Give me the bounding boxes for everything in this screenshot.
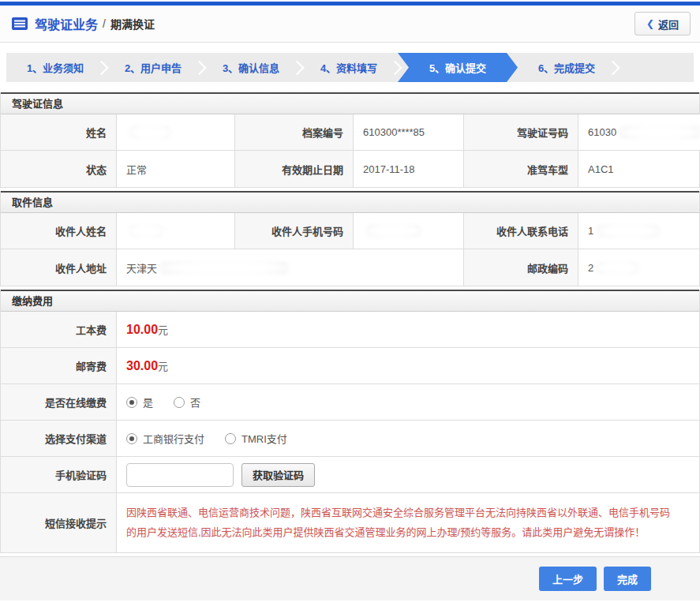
- sms-code-field: 获取验证码: [117, 457, 699, 493]
- pickup-info-row-2: 收件人地址 天津天 邮政编码 2: [1, 249, 699, 286]
- online-payment-row: 是否在线缴费 是 否: [1, 384, 699, 421]
- sms-code-input[interactable]: [126, 463, 234, 487]
- page-title: 驾驶证业务: [35, 14, 98, 33]
- postage-fee-row: 邮寄费 30.00元: [1, 348, 699, 384]
- step-6-complete-submit[interactable]: 6、完成提交: [518, 53, 616, 82]
- channel-icbc-option[interactable]: 工商银行支付: [126, 431, 204, 446]
- license-number-value: 61030: [578, 114, 700, 151]
- license-section-title: 驾驶证信息: [1, 92, 699, 114]
- recipient-phone-label: 收件人联系电话: [464, 213, 578, 249]
- redacted-name: [129, 126, 172, 138]
- payment-channel-row: 选择支付渠道 工商银行支付 TMRI支付: [1, 421, 699, 457]
- payment-section-title: 缴纳费用: [1, 290, 699, 312]
- step-3-confirm-info[interactable]: 3、确认信息: [202, 53, 300, 82]
- name-value: [117, 114, 235, 151]
- license-info-row-2: 状态 正常 有效期止日期 2017-11-18 准驾车型 A1C1: [1, 151, 699, 187]
- redacted-recipient-name: [129, 225, 164, 237]
- postage-fee-label: 邮寄费: [1, 348, 117, 384]
- redacted-recipient-phone: [596, 225, 661, 237]
- expiry-date-label: 有效期止日期: [235, 151, 354, 187]
- previous-step-button[interactable]: 上一步: [539, 567, 597, 591]
- online-payment-options: 是 否: [117, 384, 699, 421]
- vehicle-class-label: 准驾车型: [464, 151, 578, 187]
- postal-code-value: 2: [578, 249, 699, 286]
- document-list-icon: [11, 17, 28, 31]
- license-number-label: 驾驶证号码: [464, 114, 578, 151]
- file-number-value: 610300****85: [354, 114, 464, 151]
- sms-code-row: 手机验证码 获取验证码: [1, 457, 699, 493]
- status-label: 状态: [1, 151, 117, 187]
- sms-notice-row: 短信接收提示 因陕西省联通、电信运营商技术问题，陕西省互联网交通安全综合服务管理…: [1, 493, 699, 552]
- license-info-row-1: 姓名 档案编号 610300****85 驾驶证号码 61030: [1, 114, 699, 151]
- wizard-step-bar: 1、业务须知 2、用户申告 3、确认信息 4、资料填写 5、确认提交 6、完成提…: [6, 53, 694, 82]
- recipient-name-value: [117, 213, 235, 249]
- step-2-declaration[interactable]: 2、用户申告: [104, 53, 202, 82]
- recipient-address-label: 收件人地址: [1, 249, 117, 286]
- radio-checked-icon[interactable]: [126, 397, 137, 408]
- step-1-notice[interactable]: 1、业务须知: [6, 53, 104, 82]
- breadcrumb-current: 期满换证: [110, 16, 155, 32]
- file-number-label: 档案编号: [235, 114, 354, 151]
- pickup-info-section: 取件信息 收件人姓名 收件人手机号码 收件人联系电话 1 收件人地址 天津天 邮…: [0, 191, 700, 286]
- radio-unchecked-icon[interactable]: [225, 433, 236, 444]
- sms-notice-text: 因陕西省联通、电信运营商技术问题，陕西省互联网交通安全综合服务管理平台无法向持陕…: [117, 493, 699, 552]
- pickup-info-row-1: 收件人姓名 收件人手机号码 收件人联系电话 1: [1, 213, 699, 249]
- redacted-license-number: [619, 126, 700, 138]
- page-header: 驾驶证业务 / 期满换证 ❮ 返回: [0, 6, 700, 43]
- recipient-phone-value: 1: [578, 213, 699, 249]
- footer-action-bar: 上一步 完成: [0, 556, 700, 600]
- back-chevron-icon: ❮: [646, 18, 654, 29]
- radio-checked-icon[interactable]: [126, 433, 137, 444]
- status-value: 正常: [117, 151, 235, 187]
- online-payment-label: 是否在线缴费: [1, 384, 117, 421]
- postage-fee-value: 30.00元: [117, 348, 699, 384]
- online-yes-option[interactable]: 是: [126, 395, 153, 410]
- recipient-mobile-label: 收件人手机号码: [235, 213, 354, 249]
- get-code-button[interactable]: 获取验证码: [241, 463, 315, 487]
- redacted-recipient-mobile: [365, 225, 422, 237]
- name-label: 姓名: [1, 114, 117, 151]
- payment-channel-label: 选择支付渠道: [1, 421, 117, 457]
- expiry-date-value: 2017-11-18: [354, 151, 464, 187]
- step-4-fill-data[interactable]: 4、资料填写: [300, 53, 398, 82]
- payment-section: 缴纳费用 工本费 10.00元 邮寄费 30.00元 是否在线缴费 是 否 选择…: [0, 290, 700, 553]
- license-info-section: 驾驶证信息 姓名 档案编号 610300****85 驾驶证号码 61030 状…: [0, 92, 700, 188]
- sms-notice-label: 短信接收提示: [1, 493, 117, 552]
- pickup-section-title: 取件信息: [1, 191, 699, 213]
- production-fee-label: 工本费: [1, 312, 117, 348]
- step-5-confirm-submit-active[interactable]: 5、确认提交: [398, 53, 518, 82]
- back-button-label: 返回: [658, 17, 679, 32]
- recipient-name-label: 收件人姓名: [1, 213, 117, 249]
- breadcrumb-separator: /: [103, 17, 106, 30]
- redacted-recipient-address: [159, 262, 290, 274]
- postal-code-label: 邮政编码: [464, 249, 578, 286]
- redacted-postal-code: [596, 262, 639, 274]
- production-fee-row: 工本费 10.00元: [1, 312, 699, 348]
- production-fee-value: 10.00元: [117, 312, 699, 348]
- online-no-option[interactable]: 否: [174, 395, 200, 410]
- recipient-address-value: 天津天: [117, 249, 464, 286]
- vehicle-class-value: A1C1: [578, 151, 699, 187]
- sms-code-label: 手机验证码: [1, 457, 117, 493]
- channel-tmri-option[interactable]: TMRI支付: [225, 431, 287, 446]
- payment-channel-options: 工商银行支付 TMRI支付: [117, 421, 699, 457]
- finish-button[interactable]: 完成: [604, 567, 651, 591]
- radio-unchecked-icon[interactable]: [174, 397, 185, 408]
- back-button[interactable]: ❮ 返回: [634, 12, 691, 36]
- recipient-mobile-value: [354, 213, 464, 249]
